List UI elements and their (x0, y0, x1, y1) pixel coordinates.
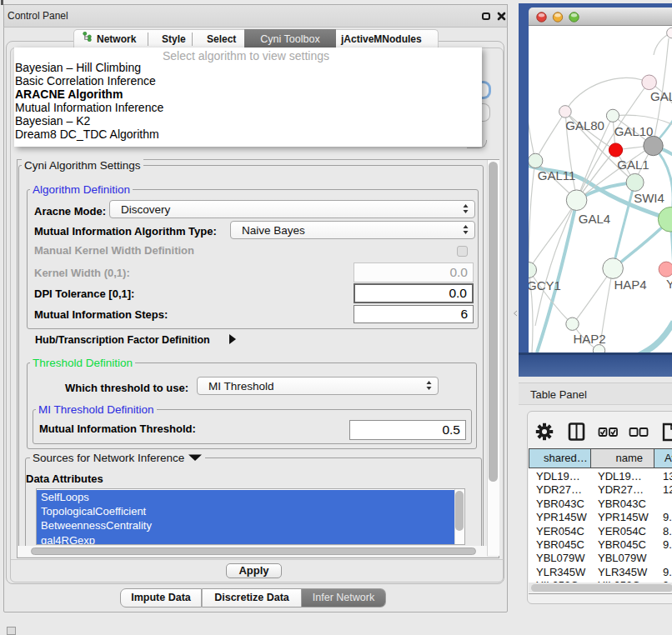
svg-text:SWI4: SWI4 (634, 191, 664, 205)
svg-text:GAL4: GAL4 (579, 212, 610, 226)
svg-text:GCY1: GCY1 (529, 278, 561, 292)
svg-text:HAP2: HAP2 (573, 332, 605, 346)
svg-text:GAL11: GAL11 (538, 168, 576, 182)
svg-text:GAL10: GAL10 (614, 124, 654, 138)
svg-text:HAP4: HAP4 (614, 278, 646, 292)
svg-text:GAL1: GAL1 (617, 158, 649, 172)
svg-text:GAL: GAL (650, 89, 672, 103)
svg-text:GAL80: GAL80 (565, 118, 604, 132)
svg-text:Y: Y (666, 277, 672, 291)
